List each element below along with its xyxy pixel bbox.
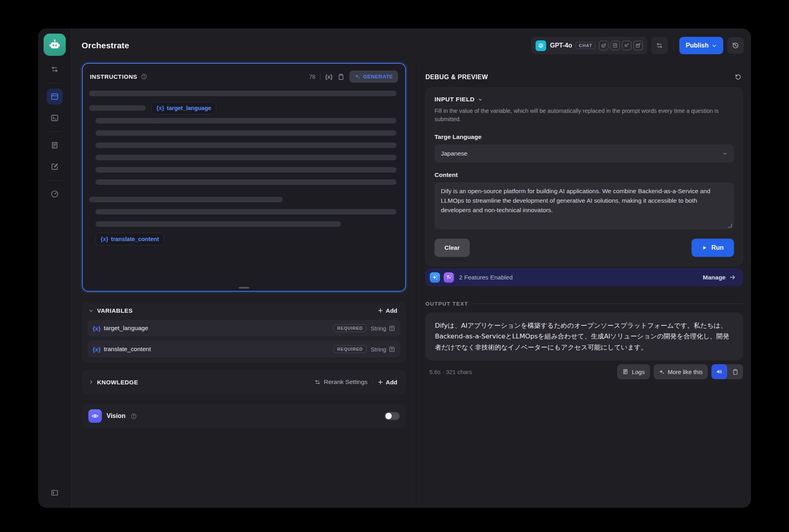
vision-toggle[interactable] <box>385 412 400 420</box>
chevron-down-icon[interactable] <box>88 308 94 314</box>
restart-button[interactable] <box>734 73 742 81</box>
model-mode-badge: CHAT <box>576 42 595 49</box>
redacted-text-line <box>95 142 396 148</box>
play-audio-button[interactable] <box>711 364 727 379</box>
more-like-this-label: More like this <box>668 369 703 375</box>
brace-icon: {x} <box>93 346 101 353</box>
output-text-label: OUTPUT TEXT <box>425 301 468 307</box>
instructions-panel[interactable]: INSTRUCTIONS 78 {x} <box>82 63 406 292</box>
brace-icon: {x} <box>156 105 164 111</box>
insert-variable-button[interactable]: {x} <box>325 74 333 80</box>
document-list-icon <box>50 141 59 150</box>
app-logo[interactable] <box>44 34 66 56</box>
variable-type: String <box>371 346 395 353</box>
history-icon <box>732 42 739 49</box>
model-name: GPT-4o <box>550 42 572 49</box>
help-icon[interactable] <box>141 73 147 80</box>
prompt-editor[interactable]: {x} target_language <box>83 83 405 245</box>
redacted-text-line <box>95 179 396 185</box>
logs-button[interactable]: Logs <box>617 364 650 379</box>
knowledge-title: KNOWLEDGE <box>97 379 138 386</box>
sidebar-item-monitoring[interactable] <box>47 186 63 202</box>
type-label: String <box>371 325 386 332</box>
add-label: Add <box>386 307 397 314</box>
char-count: 78 <box>309 74 315 80</box>
output-divider <box>474 304 743 304</box>
variable-name: target_language <box>104 325 148 332</box>
rerank-settings-button[interactable]: Rerank Settings <box>314 378 368 386</box>
variable-name: translate_content <box>104 346 151 353</box>
separator <box>372 379 373 385</box>
document-capability-icon <box>610 41 620 50</box>
sidebar-item-logs[interactable] <box>47 137 63 153</box>
content-textarea[interactable]: Dify is an open-source platform for buil… <box>435 182 734 229</box>
top-header: Orchestrate GPT-4o CHAT <box>71 28 751 63</box>
chevron-right-icon[interactable] <box>88 379 94 385</box>
clipboard-icon <box>337 73 345 80</box>
variables-section: VARIABLES Add {x} target_language <box>82 302 406 363</box>
terminal-icon <box>50 114 59 122</box>
add-knowledge-button[interactable]: Add <box>377 379 397 386</box>
variable-row[interactable]: {x} translate_content REQUIRED String <box>88 341 400 357</box>
generation-feature-icon <box>430 272 440 283</box>
variable-chip-target-language[interactable]: {x} target_language <box>151 102 216 114</box>
gauge-icon <box>50 190 59 198</box>
input-field-header[interactable]: INPUT FIELD <box>435 96 734 103</box>
separator <box>320 74 320 80</box>
required-badge: REQUIRED <box>333 324 366 332</box>
plus-icon <box>377 308 383 314</box>
refresh-icon <box>734 73 742 81</box>
redacted-text-line <box>95 221 341 227</box>
clear-button[interactable]: Clear <box>435 239 470 257</box>
redacted-text-line <box>95 155 396 160</box>
sidebar-item-terminal[interactable] <box>47 110 63 126</box>
string-type-icon[interactable] <box>389 346 395 353</box>
resize-handle[interactable] <box>239 287 249 289</box>
clear-label: Clear <box>444 244 460 251</box>
redacted-text-line <box>89 197 283 202</box>
string-type-icon[interactable] <box>389 325 395 332</box>
variable-chip-translate-content[interactable]: {x} translate_content <box>95 233 164 245</box>
content-label: Content <box>435 171 734 179</box>
model-parameters-button[interactable] <box>651 37 668 54</box>
resize-corner-icon[interactable] <box>728 224 732 228</box>
history-button[interactable] <box>727 37 744 54</box>
openai-logo <box>536 40 546 51</box>
required-badge: REQUIRED <box>333 345 366 353</box>
features-bar[interactable]: 2 Features Enabled Manage <box>425 268 743 286</box>
manage-features-button[interactable]: Manage <box>703 274 736 281</box>
input-field-card: INPUT FIELD Fill in the value of the var… <box>425 87 743 266</box>
collapse-sidebar-button[interactable] <box>47 485 63 501</box>
edit-icon <box>50 162 59 171</box>
plus-icon <box>377 379 383 385</box>
generate-button[interactable]: GENERATE <box>349 70 398 83</box>
type-label: String <box>371 346 386 353</box>
sliders-icon <box>656 42 663 49</box>
redacted-text-line <box>89 105 146 111</box>
play-icon <box>702 245 707 251</box>
publish-button[interactable]: Publish <box>679 37 723 54</box>
target-language-select[interactable]: Japanese <box>435 144 734 163</box>
rerank-label: Rerank Settings <box>324 378 368 386</box>
more-like-this-button[interactable]: More like this <box>654 364 708 379</box>
help-icon[interactable] <box>130 413 137 420</box>
copy-output-button[interactable] <box>727 364 743 379</box>
sidebar-item-orchestrate[interactable] <box>47 89 63 104</box>
redacted-text-line <box>95 130 396 136</box>
variable-row[interactable]: {x} target_language REQUIRED String <box>88 320 400 336</box>
publish-label: Publish <box>686 42 709 49</box>
sidebar-item-annotation[interactable] <box>47 159 63 175</box>
output-text: Difyは、AIアプリケーションを構築するためのオープンソースプラットフォームで… <box>435 320 734 353</box>
variable-chip-label: target_language <box>167 105 211 111</box>
run-button[interactable]: Run <box>692 239 734 257</box>
sparkles-icon <box>354 74 360 80</box>
vision-label: Vision <box>107 412 126 420</box>
input-field-title: INPUT FIELD <box>435 96 475 103</box>
sidebar-item-settings[interactable] <box>47 61 63 77</box>
model-selector[interactable]: GPT-4o CHAT <box>531 37 647 54</box>
run-label: Run <box>711 244 724 251</box>
copy-button[interactable] <box>337 73 345 80</box>
speaker-icon <box>716 368 723 375</box>
knowledge-section: KNOWLEDGE Rerank Settings Add <box>82 370 406 394</box>
add-variable-button[interactable]: Add <box>377 307 397 314</box>
